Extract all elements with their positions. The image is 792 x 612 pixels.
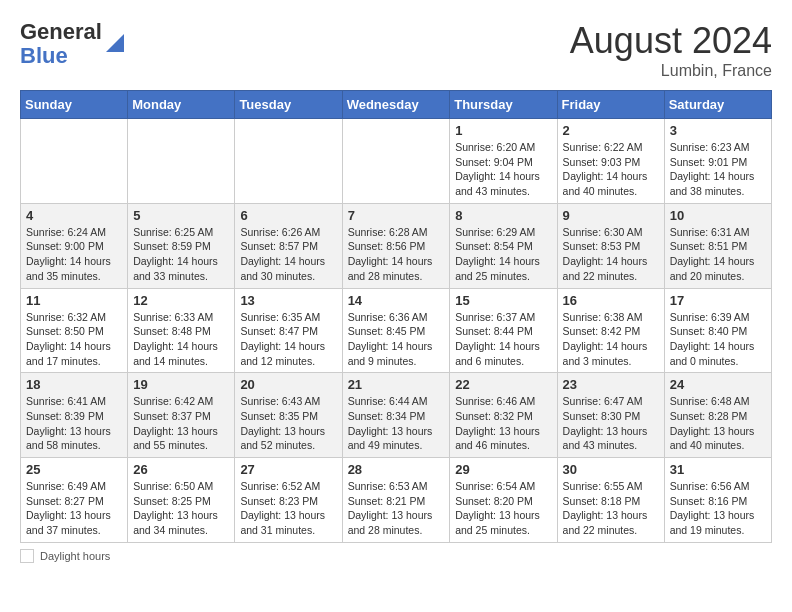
day-info: Sunrise: 6:41 AM Sunset: 8:39 PM Dayligh… <box>26 394 122 453</box>
day-cell: 16Sunrise: 6:38 AM Sunset: 8:42 PM Dayli… <box>557 288 664 373</box>
week-row-4: 18Sunrise: 6:41 AM Sunset: 8:39 PM Dayli… <box>21 373 772 458</box>
day-info: Sunrise: 6:29 AM Sunset: 8:54 PM Dayligh… <box>455 225 551 284</box>
day-number: 18 <box>26 377 122 392</box>
day-number: 16 <box>563 293 659 308</box>
day-info: Sunrise: 6:30 AM Sunset: 8:53 PM Dayligh… <box>563 225 659 284</box>
daylight-label: Daylight hours <box>40 550 110 562</box>
location-title: Lumbin, France <box>570 62 772 80</box>
day-number: 19 <box>133 377 229 392</box>
day-number: 21 <box>348 377 445 392</box>
logo-arrow-icon <box>104 32 126 54</box>
month-title: August 2024 <box>570 20 772 62</box>
day-cell: 6Sunrise: 6:26 AM Sunset: 8:57 PM Daylig… <box>235 203 342 288</box>
day-cell: 4Sunrise: 6:24 AM Sunset: 9:00 PM Daylig… <box>21 203 128 288</box>
day-info: Sunrise: 6:38 AM Sunset: 8:42 PM Dayligh… <box>563 310 659 369</box>
day-cell: 18Sunrise: 6:41 AM Sunset: 8:39 PM Dayli… <box>21 373 128 458</box>
day-cell: 30Sunrise: 6:55 AM Sunset: 8:18 PM Dayli… <box>557 458 664 543</box>
day-cell: 22Sunrise: 6:46 AM Sunset: 8:32 PM Dayli… <box>450 373 557 458</box>
day-info: Sunrise: 6:24 AM Sunset: 9:00 PM Dayligh… <box>26 225 122 284</box>
day-number: 31 <box>670 462 766 477</box>
day-cell: 3Sunrise: 6:23 AM Sunset: 9:01 PM Daylig… <box>664 119 771 204</box>
day-cell: 26Sunrise: 6:50 AM Sunset: 8:25 PM Dayli… <box>128 458 235 543</box>
day-info: Sunrise: 6:54 AM Sunset: 8:20 PM Dayligh… <box>455 479 551 538</box>
logo: General Blue <box>20 20 126 68</box>
logo-line1: General <box>20 19 102 44</box>
title-block: August 2024 Lumbin, France <box>570 20 772 80</box>
day-cell <box>21 119 128 204</box>
day-number: 23 <box>563 377 659 392</box>
day-cell: 31Sunrise: 6:56 AM Sunset: 8:16 PM Dayli… <box>664 458 771 543</box>
day-info: Sunrise: 6:46 AM Sunset: 8:32 PM Dayligh… <box>455 394 551 453</box>
day-number: 2 <box>563 123 659 138</box>
day-number: 20 <box>240 377 336 392</box>
day-cell: 25Sunrise: 6:49 AM Sunset: 8:27 PM Dayli… <box>21 458 128 543</box>
day-number: 9 <box>563 208 659 223</box>
day-cell <box>128 119 235 204</box>
day-cell: 14Sunrise: 6:36 AM Sunset: 8:45 PM Dayli… <box>342 288 450 373</box>
day-cell: 12Sunrise: 6:33 AM Sunset: 8:48 PM Dayli… <box>128 288 235 373</box>
day-info: Sunrise: 6:33 AM Sunset: 8:48 PM Dayligh… <box>133 310 229 369</box>
day-cell: 8Sunrise: 6:29 AM Sunset: 8:54 PM Daylig… <box>450 203 557 288</box>
header-row: SundayMondayTuesdayWednesdayThursdayFrid… <box>21 91 772 119</box>
day-info: Sunrise: 6:39 AM Sunset: 8:40 PM Dayligh… <box>670 310 766 369</box>
day-info: Sunrise: 6:48 AM Sunset: 8:28 PM Dayligh… <box>670 394 766 453</box>
header-cell-tuesday: Tuesday <box>235 91 342 119</box>
logo-line2: Blue <box>20 43 68 68</box>
day-number: 7 <box>348 208 445 223</box>
footer: Daylight hours <box>20 549 772 563</box>
day-cell: 20Sunrise: 6:43 AM Sunset: 8:35 PM Dayli… <box>235 373 342 458</box>
day-number: 13 <box>240 293 336 308</box>
day-number: 1 <box>455 123 551 138</box>
day-number: 8 <box>455 208 551 223</box>
day-info: Sunrise: 6:50 AM Sunset: 8:25 PM Dayligh… <box>133 479 229 538</box>
day-number: 12 <box>133 293 229 308</box>
page-header: General Blue August 2024 Lumbin, France <box>20 20 772 80</box>
day-cell: 10Sunrise: 6:31 AM Sunset: 8:51 PM Dayli… <box>664 203 771 288</box>
header-cell-monday: Monday <box>128 91 235 119</box>
day-info: Sunrise: 6:25 AM Sunset: 8:59 PM Dayligh… <box>133 225 229 284</box>
header-cell-wednesday: Wednesday <box>342 91 450 119</box>
header-cell-thursday: Thursday <box>450 91 557 119</box>
day-number: 30 <box>563 462 659 477</box>
day-number: 6 <box>240 208 336 223</box>
day-cell: 2Sunrise: 6:22 AM Sunset: 9:03 PM Daylig… <box>557 119 664 204</box>
day-info: Sunrise: 6:43 AM Sunset: 8:35 PM Dayligh… <box>240 394 336 453</box>
day-cell: 13Sunrise: 6:35 AM Sunset: 8:47 PM Dayli… <box>235 288 342 373</box>
header-cell-saturday: Saturday <box>664 91 771 119</box>
day-cell: 11Sunrise: 6:32 AM Sunset: 8:50 PM Dayli… <box>21 288 128 373</box>
day-info: Sunrise: 6:28 AM Sunset: 8:56 PM Dayligh… <box>348 225 445 284</box>
day-number: 11 <box>26 293 122 308</box>
day-cell: 23Sunrise: 6:47 AM Sunset: 8:30 PM Dayli… <box>557 373 664 458</box>
day-cell: 7Sunrise: 6:28 AM Sunset: 8:56 PM Daylig… <box>342 203 450 288</box>
day-info: Sunrise: 6:53 AM Sunset: 8:21 PM Dayligh… <box>348 479 445 538</box>
day-info: Sunrise: 6:31 AM Sunset: 8:51 PM Dayligh… <box>670 225 766 284</box>
day-info: Sunrise: 6:44 AM Sunset: 8:34 PM Dayligh… <box>348 394 445 453</box>
day-cell: 29Sunrise: 6:54 AM Sunset: 8:20 PM Dayli… <box>450 458 557 543</box>
day-info: Sunrise: 6:36 AM Sunset: 8:45 PM Dayligh… <box>348 310 445 369</box>
day-cell: 24Sunrise: 6:48 AM Sunset: 8:28 PM Dayli… <box>664 373 771 458</box>
week-row-5: 25Sunrise: 6:49 AM Sunset: 8:27 PM Dayli… <box>21 458 772 543</box>
day-info: Sunrise: 6:42 AM Sunset: 8:37 PM Dayligh… <box>133 394 229 453</box>
day-number: 4 <box>26 208 122 223</box>
day-number: 27 <box>240 462 336 477</box>
day-number: 10 <box>670 208 766 223</box>
day-info: Sunrise: 6:37 AM Sunset: 8:44 PM Dayligh… <box>455 310 551 369</box>
day-number: 26 <box>133 462 229 477</box>
day-cell: 27Sunrise: 6:52 AM Sunset: 8:23 PM Dayli… <box>235 458 342 543</box>
day-info: Sunrise: 6:23 AM Sunset: 9:01 PM Dayligh… <box>670 140 766 199</box>
header-cell-friday: Friday <box>557 91 664 119</box>
day-cell: 21Sunrise: 6:44 AM Sunset: 8:34 PM Dayli… <box>342 373 450 458</box>
day-cell: 15Sunrise: 6:37 AM Sunset: 8:44 PM Dayli… <box>450 288 557 373</box>
week-row-1: 1Sunrise: 6:20 AM Sunset: 9:04 PM Daylig… <box>21 119 772 204</box>
day-number: 29 <box>455 462 551 477</box>
svg-marker-0 <box>106 34 124 52</box>
day-number: 3 <box>670 123 766 138</box>
calendar-table: SundayMondayTuesdayWednesdayThursdayFrid… <box>20 90 772 543</box>
day-cell: 19Sunrise: 6:42 AM Sunset: 8:37 PM Dayli… <box>128 373 235 458</box>
week-row-3: 11Sunrise: 6:32 AM Sunset: 8:50 PM Dayli… <box>21 288 772 373</box>
day-cell <box>235 119 342 204</box>
day-info: Sunrise: 6:35 AM Sunset: 8:47 PM Dayligh… <box>240 310 336 369</box>
day-info: Sunrise: 6:56 AM Sunset: 8:16 PM Dayligh… <box>670 479 766 538</box>
day-cell: 28Sunrise: 6:53 AM Sunset: 8:21 PM Dayli… <box>342 458 450 543</box>
day-info: Sunrise: 6:49 AM Sunset: 8:27 PM Dayligh… <box>26 479 122 538</box>
